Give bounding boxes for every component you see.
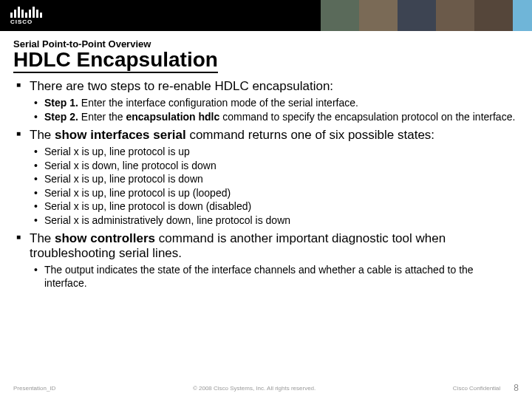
- bullet-3-sublist: The output indicates the state of the in…: [30, 264, 519, 290]
- step-1-label: Step 1.: [44, 97, 78, 109]
- bullet-list: There are two steps to re-enable HDLC en…: [13, 79, 519, 290]
- bullet-3-sub: The output indicates the state of the in…: [30, 264, 519, 290]
- state-item: Serial x is down, line protocol is down: [30, 160, 519, 173]
- step-2-text-a: Enter the: [78, 111, 126, 123]
- content-area: Serial Point-to-Point Overview HDLC Enca…: [0, 31, 532, 290]
- state-item: Serial x is up, line protocol is up: [30, 146, 519, 159]
- bullet-1: There are two steps to re-enable HDLC en…: [13, 79, 519, 123]
- logo-text: CISCO: [10, 18, 42, 25]
- cisco-logo: CISCO: [10, 4, 42, 25]
- state-item: Serial x is up, line protocol is up (loo…: [30, 187, 519, 200]
- copyright: © 2008 Cisco Systems, Inc. All rights re…: [55, 385, 452, 392]
- logo-bars-icon: [10, 4, 42, 18]
- step-2-text-b: command to specify the encapsulation pro…: [219, 111, 515, 123]
- step-2-label: Step 2.: [44, 111, 78, 123]
- presentation-id: Presentation_ID: [13, 385, 55, 392]
- step-1: Step 1. Enter the interface configuratio…: [30, 97, 519, 110]
- step-2: Step 2. Enter the encapsulation hdlc com…: [30, 111, 519, 124]
- bullet-3: The show controllers command is another …: [13, 231, 519, 290]
- page-number: 8: [514, 383, 519, 393]
- states-list: Serial x is up, line protocol is up Seri…: [30, 146, 519, 227]
- header-photo-strip: [321, 0, 513, 31]
- bullet-2: The show interfaces serial command retur…: [13, 128, 519, 227]
- bullet-2-command: show interfaces serial: [55, 128, 186, 142]
- bullet-1-text: There are two steps to re-enable HDLC en…: [30, 79, 519, 94]
- bullet-3-command: show controllers: [55, 231, 155, 245]
- header-accent: [513, 0, 532, 31]
- step-1-text: Enter the interface configuration mode o…: [78, 97, 358, 109]
- slide-title: HDLC Encapsulation: [13, 48, 218, 73]
- bullet-3-text: The show controllers command is another …: [30, 231, 519, 261]
- confidential-label: Cisco Confidential: [453, 385, 500, 392]
- header-bar: CISCO: [0, 0, 532, 31]
- bullet-2-text: The show interfaces serial command retur…: [30, 128, 519, 143]
- bullet-1-sublist: Step 1. Enter the interface configuratio…: [30, 97, 519, 123]
- state-item: Serial x is administratively down, line …: [30, 214, 519, 228]
- state-item: Serial x is up, line protocol is down (d…: [30, 200, 519, 214]
- footer: Presentation_ID © 2008 Cisco Systems, In…: [0, 383, 532, 393]
- state-item: Serial x is up, line protocol is down: [30, 173, 519, 186]
- step-2-command: encapsulation hdlc: [126, 111, 220, 123]
- slide: CISCO Serial Point-to-Point Overview HDL…: [0, 0, 532, 399]
